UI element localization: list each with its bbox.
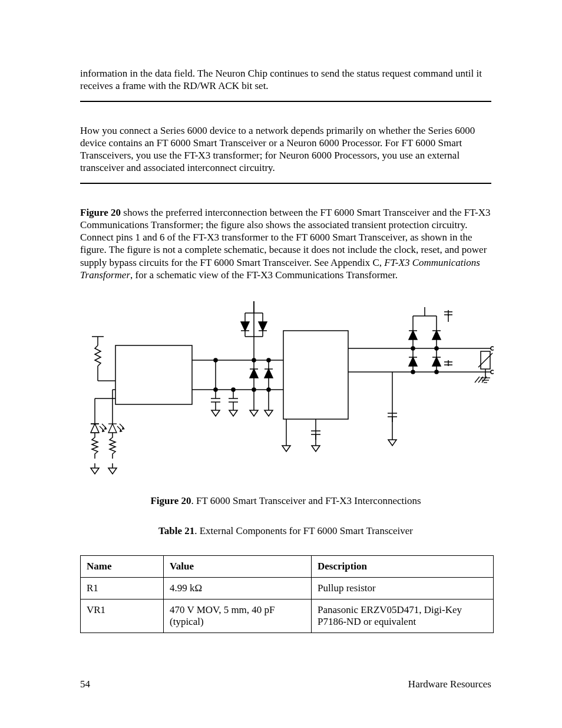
col-description: Description <box>312 555 494 577</box>
page-footer: 54 Hardware Resources <box>80 678 491 690</box>
svg-rect-1 <box>283 331 348 419</box>
cell-name: R1 <box>81 577 164 599</box>
table-row: R1 4.99 kΩ Pullup resistor <box>81 577 494 599</box>
svg-marker-80 <box>409 357 417 366</box>
svg-point-62 <box>491 347 494 350</box>
section-title: Hardware Resources <box>408 678 491 690</box>
components-table: Name Value Description R1 4.99 kΩ Pullup… <box>80 555 494 633</box>
cell-desc: Pullup resistor <box>312 577 494 599</box>
svg-point-71 <box>411 370 415 374</box>
svg-marker-14 <box>108 424 117 433</box>
col-value: Value <box>164 555 312 577</box>
figure-title: . FT 6000 Smart Transceiver and FT-X3 In… <box>191 495 421 506</box>
svg-marker-42 <box>265 369 273 378</box>
cell-name: VR1 <box>81 599 164 633</box>
table-row: VR1 470 V MOV, 5 mm, 40 pF (typical) Pan… <box>81 599 494 633</box>
cell-desc: Panasonic ERZV05D471, Digi-Key P7186-ND … <box>312 599 494 633</box>
text-run: , for a schematic view of the FT-X3 Comm… <box>130 269 398 281</box>
svg-marker-76 <box>409 331 417 340</box>
table-number: Table 21 <box>158 525 194 536</box>
figure-number: Figure 20 <box>150 495 191 506</box>
svg-marker-40 <box>250 369 258 378</box>
table-header-row: Name Value Description <box>81 555 494 577</box>
paragraph-top: information in the data field. The Neuro… <box>80 67 491 93</box>
svg-marker-78 <box>432 331 441 340</box>
svg-point-63 <box>491 370 494 374</box>
svg-marker-10 <box>91 424 99 433</box>
document-page: information in the data field. The Neuro… <box>0 0 562 728</box>
schematic-diagram <box>80 289 494 484</box>
paragraph-network-intro: How you connect a Series 6000 device to … <box>80 124 491 174</box>
cell-value: 470 V MOV, 5 mm, 40 pF (typical) <box>164 599 312 633</box>
paragraph-figure-description: Figure 20 shows the preferred interconne… <box>80 206 491 282</box>
table-title: . External Components for FT 6000 Smart … <box>194 525 413 536</box>
figure-reference-inline: Figure 20 <box>80 207 121 218</box>
cell-value: 4.99 kΩ <box>164 577 312 599</box>
svg-point-28 <box>232 388 235 391</box>
svg-point-70 <box>411 347 415 350</box>
section-divider <box>80 101 491 102</box>
page-number: 54 <box>80 678 90 690</box>
table-caption: Table 21. External Components for FT 600… <box>80 525 491 537</box>
section-divider <box>80 183 491 184</box>
svg-point-21 <box>214 358 217 362</box>
figure-caption: Figure 20. FT 6000 Smart Transceiver and… <box>80 495 491 507</box>
svg-rect-0 <box>115 345 192 404</box>
svg-point-73 <box>435 347 438 350</box>
col-name: Name <box>81 555 164 577</box>
svg-marker-82 <box>432 357 441 366</box>
svg-point-74 <box>435 370 438 374</box>
svg-point-36 <box>267 358 270 362</box>
